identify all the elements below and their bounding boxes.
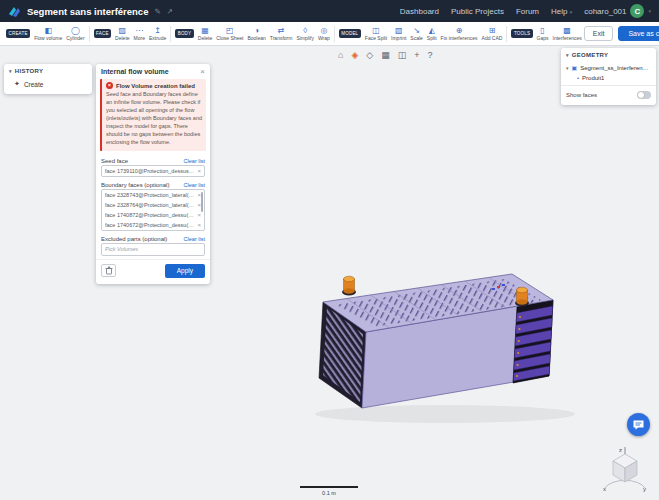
divider [561, 85, 656, 86]
help-icon[interactable]: ? [428, 50, 433, 60]
toolbar-item-transform[interactable]: ⇄Transform [268, 26, 295, 42]
list-item[interactable]: face 1740672@Protection_dessu(Pr... × [102, 220, 204, 230]
share-icon[interactable]: ↗ [167, 7, 173, 16]
seed-face-clear-link[interactable]: Clear list [184, 158, 205, 164]
toolbar-item-extrude[interactable]: ↥Extrude [147, 26, 168, 42]
geometry-node-icon: ▣ [572, 64, 578, 71]
excluded-parts-label: Excluded parts (optional) [101, 236, 167, 242]
nav-public-projects[interactable]: Public Projects [451, 7, 504, 16]
nav-dashboard[interactable]: Dashboard [400, 7, 439, 16]
toolbar-item-face-delete[interactable]: ▨Delete [113, 26, 131, 42]
edit-icon[interactable]: ✎ [154, 7, 160, 16]
toolbar-item-interferences[interactable]: ▩Interferences [551, 26, 584, 42]
fit-view-icon[interactable]: ⌂ [338, 50, 343, 60]
tree-node-root[interactable]: ▾ ▣ Segment_ss_Interference2 [561, 62, 656, 73]
nav-forum[interactable]: Forum [516, 7, 539, 16]
chevron-down-icon: ▾ [648, 8, 651, 14]
center-rotation-icon[interactable]: + [414, 50, 419, 60]
show-faces-label: Show faces [566, 92, 597, 98]
toolbar-item-label: Transform [270, 35, 293, 41]
toolbar-item-label: Flow volume [34, 35, 62, 41]
list-item[interactable]: face 2328764@Protection_lateral(Pr... × [102, 200, 204, 210]
history-item-create[interactable]: ✦ Create [4, 78, 92, 91]
toolbar-group-create: CREATE [6, 29, 30, 38]
orientation-cube[interactable]: z x y [597, 444, 653, 496]
isometric-view-icon[interactable]: ◈ [351, 50, 358, 60]
user-menu[interactable]: coharo_001 C ▾ [584, 4, 651, 18]
toolbar-group-tools: TOOLS [511, 29, 532, 38]
toolbar-item-face-more[interactable]: ⋯More [132, 26, 147, 42]
close-sheet-icon: ◰ [226, 26, 234, 35]
toolbar-item-label: Delete [115, 35, 129, 41]
list-item-label: face 1739110@Protection_dessus(Pro... [105, 168, 195, 174]
chevron-down-icon: ▾ [566, 52, 569, 58]
grid-icon[interactable]: ▦ [381, 50, 390, 60]
section-plane-icon[interactable]: ◫ [398, 50, 407, 60]
viewport-toolbar: ⌂ ◈ ◇ ▦ ◫ + ? [338, 50, 433, 60]
fix-interferences-icon: ⊕ [456, 26, 463, 35]
toolbar-item-close-sheet[interactable]: ◰Close Sheet [214, 26, 245, 42]
cad-toolbar: CREATE ◧Flow volume ◯Cylinder FACE ▨Dele… [0, 22, 659, 46]
add-cad-icon: ⊞ [489, 26, 496, 35]
remove-icon[interactable]: × [197, 222, 201, 228]
exit-button[interactable]: Exit [584, 26, 614, 41]
geometry-header[interactable]: ▾ GEOMETRY [561, 48, 656, 62]
toolbar-item-cylinder[interactable]: ◯Cylinder [64, 26, 86, 42]
toolbar-item-scale[interactable]: ↘Scale [408, 26, 425, 42]
viewport: ⌂ ◈ ◇ ▦ ◫ + ? ▾ HISTORY ✦ Create Interna… [0, 46, 659, 500]
nav-help-label: Help [551, 7, 567, 16]
toolbar-item-label: Fix interferences [441, 35, 478, 41]
tree-node-child[interactable]: • Produit1 [561, 73, 656, 83]
nav-help-menu[interactable]: Help ▾ [551, 7, 572, 16]
list-item-label: face 1740872@Protection_dessu(Pr... [105, 212, 195, 218]
username-label: coharo_001 [584, 7, 626, 16]
toolbar-item-face-split[interactable]: ◫Face Split [363, 26, 389, 42]
toolbar-item-label: Simplify [296, 35, 314, 41]
toolbar-item-flow-volume[interactable]: ◧Flow volume [32, 26, 64, 42]
toolbar-item-simplify[interactable]: ◊Simplify [294, 26, 316, 42]
list-item[interactable]: face 1739110@Protection_dessus(Pro... × [102, 166, 204, 176]
scrollbar[interactable] [201, 192, 203, 212]
history-header[interactable]: ▾ HISTORY [4, 64, 92, 78]
toolbar-item-label: Extrude [149, 35, 166, 41]
remove-icon[interactable]: × [197, 168, 201, 174]
toolbar-item-imprint[interactable]: ▧Imprint [389, 26, 408, 42]
toolbar-item-boolean[interactable]: ◑Boolean [245, 26, 267, 42]
toolbar-separator [89, 26, 90, 42]
list-item-label: face 2328743@Protection_lateral(Pr... [105, 192, 195, 198]
save-as-copy-button[interactable]: Save as copy [618, 26, 659, 41]
toolbar-group-face: FACE [94, 29, 112, 38]
tree-node-label: Produit1 [582, 75, 604, 81]
geometry-title: GEOMETRY [572, 52, 609, 58]
app-header: Segment sans interférence ✎ ↗ Dashboard … [0, 0, 659, 22]
toolbar-item-label: Split [427, 35, 437, 41]
show-faces-toggle[interactable] [637, 91, 651, 99]
toolbar-item-fix-interferences[interactable]: ⊕Fix interferences [439, 26, 480, 42]
seed-face-label: Seed face [101, 158, 128, 164]
chevron-down-icon: ▾ [570, 9, 573, 15]
apply-button[interactable]: Apply [165, 264, 205, 278]
chat-button[interactable] [627, 413, 650, 436]
toolbar-item-gaps[interactable]: ▯Gaps [535, 26, 551, 42]
boundary-faces-clear-link[interactable]: Clear list [184, 182, 205, 188]
toolbar-separator [170, 26, 171, 42]
delete-dialog-button[interactable] [101, 264, 116, 277]
views-cube-icon[interactable]: ◇ [366, 50, 373, 60]
toolbar-item-wrap[interactable]: ◎Wrap [316, 26, 332, 42]
excluded-parts-input[interactable] [101, 243, 205, 256]
header-nav: Dashboard Public Projects Forum Help ▾ c… [400, 4, 651, 18]
toolbar-item-label: Cylinder [66, 35, 84, 41]
history-panel: ▾ HISTORY ✦ Create [4, 64, 92, 94]
toolbar-item-label: Boolean [247, 35, 265, 41]
remove-icon[interactable]: × [197, 212, 201, 218]
terminal-right [515, 287, 529, 306]
cylinder-icon: ◯ [71, 26, 80, 35]
toolbar-item-body-delete[interactable]: ▦Delete [196, 26, 214, 42]
close-icon[interactable]: × [200, 68, 205, 75]
excluded-parts-clear-link[interactable]: Clear list [184, 236, 205, 242]
list-item[interactable]: face 2328743@Protection_lateral(Pr... × [102, 190, 204, 200]
toolbar-item-split[interactable]: ◭Split [425, 26, 439, 42]
toolbar-separator [334, 26, 335, 42]
list-item[interactable]: face 1740872@Protection_dessu(Pr... × [102, 210, 204, 220]
toolbar-item-add-cad[interactable]: ⊞Add CAD [480, 26, 505, 42]
